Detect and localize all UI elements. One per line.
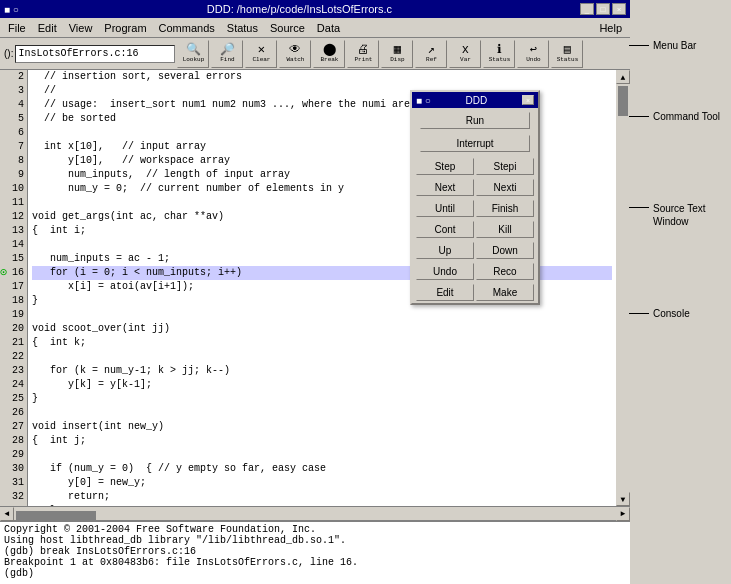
title-bar-controls[interactable]: _ □ × (580, 3, 626, 15)
command-tool-label: Command Tool (653, 111, 720, 122)
var-button[interactable]: x Var (449, 40, 481, 68)
run-button-container: Run (416, 110, 534, 131)
ref-label: Ref (426, 56, 437, 63)
until-button[interactable]: Until (416, 200, 474, 217)
menu-commands[interactable]: Commands (153, 21, 221, 35)
execution-arrow: ⊙ (0, 266, 7, 280)
line-num-9: 9 (0, 168, 27, 182)
run-button[interactable]: Run (420, 112, 530, 129)
lookup-button[interactable]: 🔍 Lookup (177, 40, 209, 68)
close-button[interactable]: × (612, 3, 626, 15)
make-button[interactable]: Make (476, 284, 534, 301)
menu-help[interactable]: Help (593, 21, 628, 35)
cont-button[interactable]: Cont (416, 221, 474, 238)
clear-button[interactable]: ✕ Clear (245, 40, 277, 68)
menu-bar-label-line (629, 45, 649, 46)
line-num-22: 22 (0, 350, 27, 364)
line-num-21: 21 (0, 336, 27, 350)
scroll-thumb[interactable] (618, 86, 628, 116)
stepi-button[interactable]: Stepi (476, 158, 534, 175)
menu-edit[interactable]: Edit (32, 21, 63, 35)
scroll-track[interactable] (616, 84, 630, 492)
menu-status[interactable]: Status (221, 21, 264, 35)
menu-bar: File Edit View Program Commands Status S… (0, 18, 630, 38)
reco-button[interactable]: Reco (476, 263, 534, 280)
ref-button[interactable]: ↗ Ref (415, 40, 447, 68)
h-scroll-thumb[interactable] (16, 511, 96, 521)
minimize-button[interactable]: _ (580, 3, 594, 15)
var-icon: x (462, 44, 469, 56)
up-button[interactable]: Up (416, 242, 474, 259)
source-text-label-container: Source TextWindow (629, 202, 729, 228)
status2-button[interactable]: ▤ Status (551, 40, 583, 68)
line-num-16: ⊙16 (0, 266, 27, 280)
watch-button[interactable]: 👁 Watch (279, 40, 311, 68)
menu-view[interactable]: View (63, 21, 99, 35)
line-num-15: 15 (0, 252, 27, 266)
command-tool-title: DDD (466, 95, 488, 106)
watch-icon: 👁 (289, 44, 301, 56)
interrupt-button[interactable]: Interrupt (420, 135, 530, 152)
code-line-22 (32, 350, 612, 364)
status-button[interactable]: ℹ Status (483, 40, 515, 68)
up-row: Up Down (412, 240, 538, 261)
line-num-8: 8 (0, 154, 27, 168)
code-line-26 (32, 406, 612, 420)
step-row: Step Stepi (412, 156, 538, 177)
line-num-20: 20 (0, 322, 27, 336)
line-num-3: 3 (0, 84, 27, 98)
scroll-down-button[interactable]: ▼ (616, 492, 630, 506)
command-tool-controls[interactable]: × (522, 95, 534, 105)
console-line-5: (gdb) (4, 568, 626, 579)
find-button[interactable]: 🔎 Find (211, 40, 243, 68)
undo-button[interactable]: ↩ Undo (517, 40, 549, 68)
undo-cmd-button[interactable]: Undo (416, 263, 474, 280)
display-button[interactable]: ▦ Disp (381, 40, 413, 68)
code-line-33: } (32, 504, 612, 506)
command-tool-close[interactable]: × (522, 95, 534, 105)
line-num-19: 19 (0, 308, 27, 322)
command-tool-title-bar: ■ ○ DDD × (412, 92, 538, 108)
down-button[interactable]: Down (476, 242, 534, 259)
toolbar-input-label: (): (4, 48, 13, 59)
print-button[interactable]: 🖨 Print (347, 40, 379, 68)
maximize-button[interactable]: □ (596, 3, 610, 15)
line-num-31: 31 (0, 476, 27, 490)
menu-file[interactable]: File (2, 21, 32, 35)
toolbar-input[interactable] (15, 45, 175, 63)
console-label-line (629, 313, 649, 314)
h-scroll-track[interactable] (14, 509, 616, 519)
code-line-20: void scoot_over(int jj) (32, 322, 612, 336)
edit-row: Edit Make (412, 282, 538, 303)
lookup-icon: 🔍 (186, 44, 201, 56)
scroll-right-button[interactable]: ► (616, 507, 630, 521)
menu-source[interactable]: Source (264, 21, 311, 35)
line-num-26: 26 (0, 406, 27, 420)
menu-program[interactable]: Program (98, 21, 152, 35)
step-button[interactable]: Step (416, 158, 474, 175)
menu-data[interactable]: Data (311, 21, 346, 35)
undo-icon: ↩ (530, 44, 537, 56)
line-num-6: 6 (0, 126, 27, 140)
finish-button[interactable]: Finish (476, 200, 534, 217)
menu-bar-label-container: Menu Bar (629, 40, 729, 51)
edit-button[interactable]: Edit (416, 284, 474, 301)
break-button[interactable]: ⬤ Break (313, 40, 345, 68)
line-num-10: 10 (0, 182, 27, 196)
scroll-left-button[interactable]: ◄ (0, 507, 14, 521)
nexti-button[interactable]: Nexti (476, 179, 534, 196)
vertical-scrollbar[interactable]: ▲ ▼ (616, 70, 630, 506)
undo-label: Undo (526, 56, 540, 63)
horizontal-scrollbar[interactable]: ◄ ► (0, 506, 630, 520)
clear-icon: ✕ (258, 44, 265, 56)
line-num-4: 4 (0, 98, 27, 112)
console-area[interactable]: Copyright © 2001-2004 Free Software Foun… (0, 520, 630, 584)
line-num-7: 7 (0, 140, 27, 154)
app-window: ■ ○ DDD: /home/p/code/InsLotsOfErrors.c … (0, 0, 731, 584)
line-num-29: 29 (0, 448, 27, 462)
title-bar: ■ ○ DDD: /home/p/code/InsLotsOfErrors.c … (0, 0, 630, 18)
code-line-25: } (32, 392, 612, 406)
scroll-up-button[interactable]: ▲ (616, 70, 630, 84)
next-button[interactable]: Next (416, 179, 474, 196)
kill-button[interactable]: Kill (476, 221, 534, 238)
